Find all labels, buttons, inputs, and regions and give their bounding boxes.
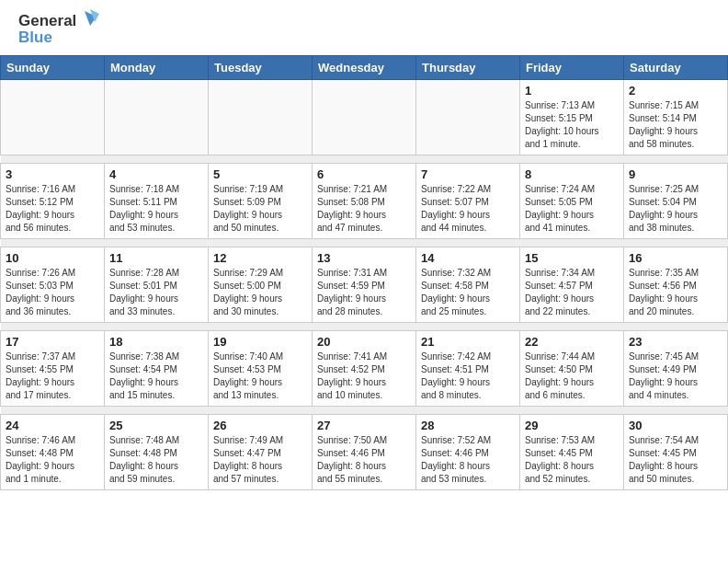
calendar-cell: 28Sunrise: 7:52 AM Sunset: 4:46 PM Dayli… [416, 415, 520, 490]
calendar-cell: 23Sunrise: 7:45 AM Sunset: 4:49 PM Dayli… [624, 331, 728, 407]
day-info: Sunrise: 7:31 AM Sunset: 4:59 PM Dayligh… [317, 267, 411, 318]
day-number: 1 [525, 84, 619, 98]
day-number: 20 [317, 335, 411, 349]
day-info: Sunrise: 7:29 AM Sunset: 5:00 PM Dayligh… [213, 267, 307, 318]
header-area: General Blue [0, 0, 728, 55]
svg-text:General: General [18, 12, 76, 29]
calendar-cell: 14Sunrise: 7:32 AM Sunset: 4:58 PM Dayli… [416, 247, 520, 323]
calendar-cell: 29Sunrise: 7:53 AM Sunset: 4:45 PM Dayli… [520, 415, 624, 490]
day-header-monday: Monday [105, 56, 209, 80]
day-info: Sunrise: 7:46 AM Sunset: 4:48 PM Dayligh… [6, 434, 99, 486]
day-info: Sunrise: 7:37 AM Sunset: 4:55 PM Dayligh… [6, 350, 99, 402]
day-number: 30 [629, 419, 722, 432]
day-header-friday: Friday [520, 56, 624, 80]
calendar-week-4: 17Sunrise: 7:37 AM Sunset: 4:55 PM Dayli… [1, 331, 728, 407]
day-info: Sunrise: 7:44 AM Sunset: 4:50 PM Dayligh… [525, 350, 619, 402]
day-info: Sunrise: 7:54 AM Sunset: 4:45 PM Dayligh… [629, 434, 722, 486]
day-info: Sunrise: 7:45 AM Sunset: 4:49 PM Dayligh… [629, 350, 722, 402]
day-info: Sunrise: 7:38 AM Sunset: 4:54 PM Dayligh… [109, 350, 203, 402]
day-number: 29 [525, 419, 619, 432]
day-number: 15 [525, 251, 619, 265]
row-spacer [1, 407, 728, 415]
calendar-cell: 30Sunrise: 7:54 AM Sunset: 4:45 PM Dayli… [624, 415, 728, 490]
day-header-tuesday: Tuesday [209, 56, 313, 80]
day-number: 21 [421, 335, 515, 349]
day-number: 8 [525, 167, 619, 181]
calendar-cell [416, 80, 520, 155]
day-number: 16 [629, 251, 722, 265]
day-number: 26 [213, 419, 307, 432]
calendar-cell: 18Sunrise: 7:38 AM Sunset: 4:54 PM Dayli… [105, 331, 209, 407]
svg-text:Blue: Blue [18, 29, 52, 46]
calendar-cell: 22Sunrise: 7:44 AM Sunset: 4:50 PM Dayli… [520, 331, 624, 407]
row-spacer [1, 323, 728, 331]
day-number: 22 [525, 335, 619, 349]
calendar-cell [1, 80, 105, 155]
calendar-week-5: 24Sunrise: 7:46 AM Sunset: 4:48 PM Dayli… [1, 415, 728, 490]
day-header-saturday: Saturday [624, 56, 728, 80]
calendar-cell: 26Sunrise: 7:49 AM Sunset: 4:47 PM Dayli… [209, 415, 313, 490]
calendar-cell: 15Sunrise: 7:34 AM Sunset: 4:57 PM Dayli… [520, 247, 624, 323]
day-number: 2 [629, 84, 722, 98]
day-number: 23 [629, 335, 722, 349]
day-number: 12 [213, 251, 307, 265]
calendar-cell: 2Sunrise: 7:15 AM Sunset: 5:14 PM Daylig… [624, 80, 728, 155]
calendar-week-3: 10Sunrise: 7:26 AM Sunset: 5:03 PM Dayli… [1, 247, 728, 323]
day-number: 27 [317, 419, 411, 432]
calendar-cell [313, 80, 416, 155]
day-info: Sunrise: 7:18 AM Sunset: 5:11 PM Dayligh… [109, 183, 203, 235]
calendar-cell: 17Sunrise: 7:37 AM Sunset: 4:55 PM Dayli… [1, 331, 105, 407]
day-info: Sunrise: 7:40 AM Sunset: 4:53 PM Dayligh… [213, 350, 307, 402]
day-info: Sunrise: 7:49 AM Sunset: 4:47 PM Dayligh… [213, 434, 307, 486]
day-info: Sunrise: 7:19 AM Sunset: 5:09 PM Dayligh… [213, 183, 307, 235]
day-info: Sunrise: 7:24 AM Sunset: 5:05 PM Dayligh… [525, 183, 619, 235]
calendar-cell: 20Sunrise: 7:41 AM Sunset: 4:52 PM Dayli… [313, 331, 416, 407]
calendar-cell: 3Sunrise: 7:16 AM Sunset: 5:12 PM Daylig… [1, 164, 105, 239]
calendar-cell: 6Sunrise: 7:21 AM Sunset: 5:08 PM Daylig… [313, 164, 416, 239]
calendar-cell: 13Sunrise: 7:31 AM Sunset: 4:59 PM Dayli… [313, 247, 416, 323]
calendar-cell: 8Sunrise: 7:24 AM Sunset: 5:05 PM Daylig… [520, 164, 624, 239]
day-number: 10 [6, 251, 99, 265]
calendar-cell [105, 80, 209, 155]
day-info: Sunrise: 7:42 AM Sunset: 4:51 PM Dayligh… [421, 350, 515, 402]
day-info: Sunrise: 7:25 AM Sunset: 5:04 PM Dayligh… [629, 183, 722, 235]
row-spacer [1, 239, 728, 247]
calendar-week-1: 1Sunrise: 7:13 AM Sunset: 5:15 PM Daylig… [1, 80, 728, 155]
day-header-sunday: Sunday [1, 56, 105, 80]
day-number: 14 [421, 251, 515, 265]
day-number: 19 [213, 335, 307, 349]
day-number: 4 [109, 167, 203, 181]
day-number: 11 [109, 251, 203, 265]
day-info: Sunrise: 7:34 AM Sunset: 4:57 PM Dayligh… [525, 267, 619, 318]
day-number: 13 [317, 251, 411, 265]
day-info: Sunrise: 7:16 AM Sunset: 5:12 PM Dayligh… [6, 183, 99, 235]
calendar-cell: 11Sunrise: 7:28 AM Sunset: 5:01 PM Dayli… [105, 247, 209, 323]
calendar-cell: 21Sunrise: 7:42 AM Sunset: 4:51 PM Dayli… [416, 331, 520, 407]
day-info: Sunrise: 7:26 AM Sunset: 5:03 PM Dayligh… [6, 267, 99, 318]
calendar-cell: 19Sunrise: 7:40 AM Sunset: 4:53 PM Dayli… [209, 331, 313, 407]
calendar-cell [209, 80, 313, 155]
day-info: Sunrise: 7:22 AM Sunset: 5:07 PM Dayligh… [421, 183, 515, 235]
day-number: 9 [629, 167, 722, 181]
day-number: 24 [6, 419, 99, 432]
day-number: 28 [421, 419, 515, 432]
calendar: SundayMondayTuesdayWednesdayThursdayFrid… [0, 55, 728, 490]
day-info: Sunrise: 7:35 AM Sunset: 4:56 PM Dayligh… [629, 267, 722, 318]
day-info: Sunrise: 7:41 AM Sunset: 4:52 PM Dayligh… [317, 350, 411, 402]
day-header-wednesday: Wednesday [313, 56, 416, 80]
day-info: Sunrise: 7:50 AM Sunset: 4:46 PM Dayligh… [317, 434, 411, 486]
calendar-week-2: 3Sunrise: 7:16 AM Sunset: 5:12 PM Daylig… [1, 164, 728, 239]
calendar-header-row: SundayMondayTuesdayWednesdayThursdayFrid… [1, 56, 728, 80]
calendar-cell: 12Sunrise: 7:29 AM Sunset: 5:00 PM Dayli… [209, 247, 313, 323]
day-number: 5 [213, 167, 307, 181]
calendar-cell: 24Sunrise: 7:46 AM Sunset: 4:48 PM Dayli… [1, 415, 105, 490]
day-info: Sunrise: 7:52 AM Sunset: 4:46 PM Dayligh… [421, 434, 515, 486]
day-number: 7 [421, 167, 515, 181]
day-info: Sunrise: 7:32 AM Sunset: 4:58 PM Dayligh… [421, 267, 515, 318]
calendar-cell: 27Sunrise: 7:50 AM Sunset: 4:46 PM Dayli… [313, 415, 416, 490]
day-info: Sunrise: 7:53 AM Sunset: 4:45 PM Dayligh… [525, 434, 619, 486]
day-number: 25 [109, 419, 203, 432]
day-info: Sunrise: 7:15 AM Sunset: 5:14 PM Dayligh… [629, 99, 722, 151]
day-info: Sunrise: 7:13 AM Sunset: 5:15 PM Dayligh… [525, 99, 619, 151]
calendar-cell: 5Sunrise: 7:19 AM Sunset: 5:09 PM Daylig… [209, 164, 313, 239]
